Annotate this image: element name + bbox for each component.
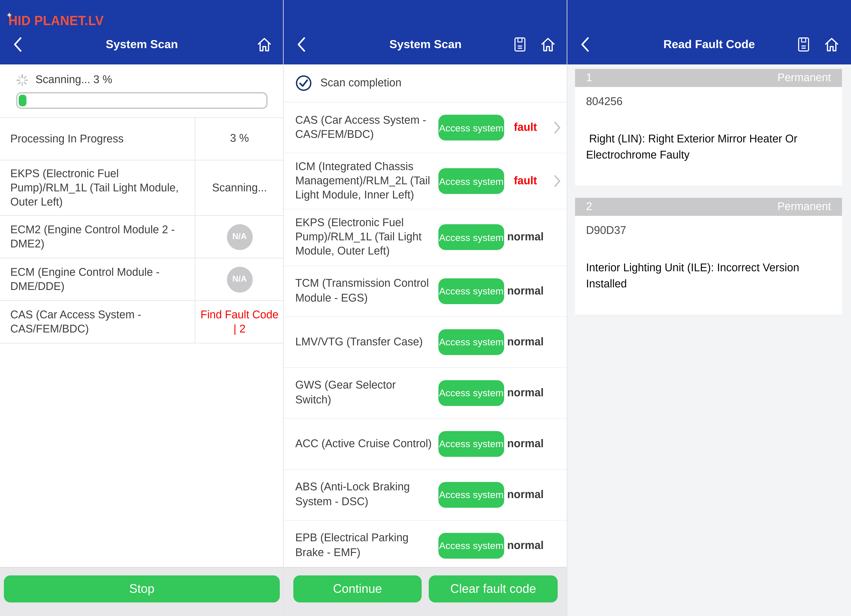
bottom-bar: Stop	[0, 567, 284, 616]
access-system-button[interactable]: Access system	[438, 533, 504, 558]
system-status: normal	[504, 231, 547, 244]
system-row: EPB (Electrical Parking Brake - EMF) Acc…	[284, 520, 567, 571]
system-row: ABS (Anti-Lock Braking System - DSC) Acc…	[284, 469, 567, 520]
module-name: ECM2 (Engine Control Module 2 - DME2)	[0, 216, 195, 258]
module-name: ECM (Engine Control Module - DME/DDE)	[0, 259, 195, 300]
back-icon[interactable]	[11, 36, 25, 53]
module-status: N/A	[195, 259, 284, 300]
system-name: ICM (Integrated Chassis Management)/RLM_…	[295, 160, 438, 202]
system-name: ABS (Anti-Lock Braking System - DSC)	[295, 480, 438, 509]
fault-type-badge: Permanent	[777, 200, 831, 213]
page-title: System Scan	[389, 38, 462, 51]
access-system-button[interactable]: Access system	[438, 482, 504, 508]
bottom-bar: Continue Clear fault code	[284, 567, 567, 616]
fault-card-header: 2 Permanent	[575, 198, 842, 216]
scan-table-row: ECM2 (Engine Control Module 2 - DME2) N/…	[0, 216, 284, 259]
system-name: EKPS (Electronic Fuel Pump)/RLM_1L (Tail…	[295, 216, 438, 259]
appbar: Read Fault Code	[567, 0, 851, 64]
save-report-icon[interactable]	[513, 36, 527, 53]
logo-sparkle-icon: ✦	[6, 10, 13, 20]
access-system-button[interactable]: Access system	[438, 329, 504, 355]
app-root: ✦ HID PLANET.LV System Scan	[0, 0, 851, 616]
home-icon[interactable]	[540, 36, 556, 53]
scan-status-row: Scanning... 3 %	[16, 73, 268, 86]
module-status: Scanning...	[195, 160, 284, 216]
chevron-right-icon[interactable]	[547, 175, 561, 187]
na-badge: N/A	[227, 224, 253, 250]
fault-card-header: 1 Permanent	[575, 69, 842, 87]
access-system-button[interactable]: Access system	[438, 278, 504, 304]
panel-read-fault-code: Read Fault Code 1 Permanent 804256 Right…	[567, 0, 851, 616]
system-status: fault	[504, 175, 547, 187]
system-status: normal	[504, 437, 547, 450]
system-status: normal	[504, 336, 547, 348]
fault-code-list: 1 Permanent 804256 Right (LIN): Right Ex…	[567, 69, 851, 315]
system-status: normal	[504, 387, 547, 399]
module-name: CAS (Car Access System - CAS/FEM/BDC)	[0, 301, 195, 343]
system-status: normal	[504, 285, 547, 297]
access-system-button[interactable]: Access system	[438, 431, 504, 457]
nav-bar: System Scan	[0, 24, 284, 64]
scanning-label: Scanning... 3 %	[35, 73, 112, 86]
module-status: 3 %	[195, 118, 284, 160]
scan-table-row: ECM (Engine Control Module - DME/DDE) N/…	[0, 259, 284, 301]
system-row: CAS (Car Access System - CAS/FEM/BDC) Ac…	[284, 102, 567, 153]
system-row: ICM (Integrated Chassis Management)/RLM_…	[284, 153, 567, 210]
continue-button[interactable]: Continue	[293, 576, 422, 603]
fault-card: 1 Permanent 804256 Right (LIN): Right Ex…	[575, 69, 842, 186]
scan-table-row: EKPS (Electronic Fuel Pump)/RLM_1L (Tail…	[0, 160, 284, 216]
check-circle-icon	[295, 75, 312, 91]
back-icon[interactable]	[295, 36, 309, 53]
access-system-button[interactable]: Access system	[438, 225, 504, 250]
fault-description: Right (LIN): Right Exterior Mirror Heate…	[586, 132, 831, 175]
module-name: EKPS (Electronic Fuel Pump)/RLM_1L (Tail…	[0, 160, 195, 216]
na-badge: N/A	[227, 267, 253, 292]
fault-card: 2 Permanent D90D37 Interior Lighting Uni…	[575, 198, 842, 315]
find-fault-code-link[interactable]: Find Fault Code | 2	[195, 301, 284, 343]
scan-table-row: Processing In Progress 3 %	[0, 118, 284, 160]
chevron-right-icon[interactable]	[547, 121, 561, 134]
scan-completion-label: Scan completion	[320, 77, 401, 90]
system-name: EPB (Electrical Parking Brake - EMF)	[295, 531, 438, 560]
fault-code: 804256	[586, 95, 831, 108]
access-system-button[interactable]: Access system	[438, 115, 504, 141]
stop-button[interactable]: Stop	[4, 576, 280, 603]
system-row: LMV/VTG (Transfer Case) Access system no…	[284, 317, 567, 368]
panel-system-scan-complete: System Scan Scan completion CAS (Car Acc…	[284, 0, 567, 616]
home-icon[interactable]	[256, 36, 273, 53]
clear-fault-code-button[interactable]: Clear fault code	[429, 576, 558, 603]
save-report-icon[interactable]	[796, 36, 811, 53]
scan-table-row: CAS (Car Access System - CAS/FEM/BDC) Fi…	[0, 301, 284, 344]
appbar: System Scan	[284, 0, 567, 64]
module-status: N/A	[195, 216, 284, 258]
access-system-button[interactable]: Access system	[438, 168, 504, 194]
system-row: GWS (Gear Selector Switch) Access system…	[284, 368, 567, 419]
back-icon[interactable]	[578, 36, 592, 53]
system-name: ACC (Active Cruise Control)	[295, 437, 438, 451]
system-list: CAS (Car Access System - CAS/FEM/BDC) Ac…	[284, 102, 567, 571]
progress-fill	[19, 95, 26, 106]
system-name: LMV/VTG (Transfer Case)	[295, 335, 438, 349]
system-row: ACC (Active Cruise Control) Access syste…	[284, 419, 567, 469]
fault-code: D90D37	[586, 224, 831, 237]
fault-index: 1	[586, 72, 592, 84]
fault-description: Interior Lighting Unit (ILE): Incorrect …	[586, 260, 831, 304]
page-title: Read Fault Code	[663, 38, 755, 51]
access-system-button[interactable]: Access system	[438, 380, 504, 406]
fault-card-body: 804256 Right (LIN): Right Exterior Mirro…	[575, 87, 842, 186]
system-status: normal	[504, 488, 547, 501]
system-row: TCM (Transmission Control Module - EGS) …	[284, 266, 567, 317]
appbar: ✦ HID PLANET.LV System Scan	[0, 0, 284, 64]
page-title: System Scan	[106, 38, 178, 51]
system-status: normal	[504, 539, 547, 552]
nav-bar: Read Fault Code	[567, 24, 851, 64]
fault-type-badge: Permanent	[777, 72, 831, 84]
system-name: GWS (Gear Selector Switch)	[295, 378, 438, 407]
fault-card-body: D90D37 Interior Lighting Unit (ILE): Inc…	[575, 216, 842, 315]
module-name: Processing In Progress	[0, 118, 195, 160]
panel-system-scan-progress: ✦ HID PLANET.LV System Scan	[0, 0, 284, 616]
nav-bar: System Scan	[284, 24, 567, 64]
system-name: TCM (Transmission Control Module - EGS)	[295, 277, 438, 305]
progress-bar	[16, 92, 268, 109]
home-icon[interactable]	[823, 36, 840, 53]
